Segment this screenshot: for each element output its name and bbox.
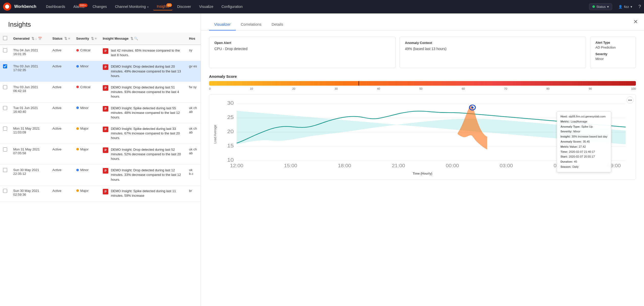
tab-visualizer[interactable]: Visualizer: [209, 19, 236, 30]
x-axis-label: Time (Hourly): [213, 172, 632, 175]
alert-type-value: AD Prediction: [595, 45, 631, 49]
insight-text: DEMO Insight: Drop detected during last …: [111, 168, 183, 182]
select-all-checkbox[interactable]: [3, 36, 7, 40]
cell-insight-message: P DEMO Insight: Spike detected during la…: [100, 123, 186, 144]
table-row[interactable]: Sun 30 May 2021 02:59:36 Active Major P …: [0, 185, 201, 201]
cell-host: uk ch ab: [186, 144, 201, 165]
nav-channel-monitoring[interactable]: Channel Monitoring ▾: [111, 3, 152, 10]
cell-severity: Minor: [73, 61, 100, 82]
cell-insight-message: P DEMO Insight: Drop detected during las…: [100, 82, 186, 102]
cell-status: Active: [49, 61, 73, 82]
close-button[interactable]: ✕: [633, 19, 638, 25]
cell-generated: Sun 30 May 2021 22:35:12: [10, 165, 49, 186]
cell-host: uk b.c: [186, 165, 201, 186]
svg-point-11: [471, 106, 474, 109]
cell-generated: Mon 31 May 2021 07:05:58: [10, 144, 49, 165]
user-icon: 👤: [618, 5, 622, 9]
svg-text:00:00: 00:00: [446, 163, 459, 168]
cell-host: gv es: [186, 61, 201, 82]
insight-badge: P: [103, 85, 108, 91]
nav-changes[interactable]: Changes: [89, 3, 110, 10]
table-row[interactable]: Thu 03 Jun 2021 06:42:18 Active Critical…: [0, 82, 201, 102]
nav-insights[interactable]: Insights 41: [153, 3, 172, 10]
cell-severity: Minor: [73, 165, 100, 186]
nav-dashboards[interactable]: Dashboards: [42, 3, 69, 10]
top-navigation: Workbench Dashboards Alarms 999+ Changes…: [0, 0, 644, 13]
cell-generated: Thu 03 Jun 2021 17:02:35: [10, 61, 49, 82]
insights-list-panel: Insights Generated ⇅ ↓ 📅 Status ⇅ ≡: [0, 13, 201, 306]
cell-insight-message: P last 42 minutes. 65% increase compared…: [100, 45, 186, 61]
nav-discover[interactable]: Discover: [173, 3, 194, 10]
alarms-badge: 999+: [79, 4, 87, 7]
col-host: Hos: [186, 33, 201, 45]
row-checkbox[interactable]: [3, 106, 7, 110]
table-row[interactable]: Mon 31 May 2021 07:05:58 Active Major P …: [0, 144, 201, 165]
svg-text:15: 15: [227, 143, 234, 149]
table-row[interactable]: Thu 04 Jun 2021 16:01:35 Active Critical…: [0, 45, 201, 61]
insights-table-container[interactable]: Generated ⇅ ↓ 📅 Status ⇅ ≡ Severity ⇅ ≡: [0, 33, 201, 306]
row-checkbox[interactable]: [3, 189, 7, 193]
brand-name: Workbench: [14, 4, 36, 9]
insight-badge: P: [103, 106, 108, 112]
insights-table: Generated ⇅ ↓ 📅 Status ⇅ ≡ Severity ⇅ ≡: [0, 33, 201, 202]
cell-status: Active: [49, 165, 73, 186]
user-menu[interactable]: 👤 fizz ▾: [615, 4, 635, 10]
cell-host: uk ch ab: [186, 123, 201, 144]
y-axis-label: Load Average: [213, 125, 217, 144]
insight-text: DEMO Insight: Spike detected during last…: [111, 189, 183, 198]
col-generated: Generated ⇅ ↓ 📅: [10, 33, 49, 45]
row-checkbox[interactable]: [3, 64, 7, 68]
cell-insight-message: P DEMO Insight: Drop detected during las…: [100, 61, 186, 82]
cell-severity: Minor: [73, 102, 100, 123]
table-row[interactable]: Mon 31 May 2021 11:03:09 Active Major P …: [0, 123, 201, 144]
open-alert-title: Open Alert: [214, 41, 390, 45]
insight-badge: P: [103, 48, 108, 54]
table-row[interactable]: Tue 01 Jun 2021 16:40:40 Active Minor P …: [0, 102, 201, 123]
svg-text:20: 20: [227, 129, 234, 134]
logo[interactable]: [3, 3, 11, 11]
cell-status: Active: [49, 102, 73, 123]
open-alert-card: Open Alert CPU - Drop detected: [209, 37, 396, 68]
main-content: Insights Generated ⇅ ↓ 📅 Status ⇅ ≡: [0, 13, 644, 306]
cell-severity: Major: [73, 185, 100, 201]
alert-type-card: Alert Type AD Prediction Severity Minor: [590, 37, 636, 68]
table-row[interactable]: Sun 30 May 2021 22:35:12 Active Minor P …: [0, 165, 201, 186]
row-checkbox[interactable]: [3, 48, 7, 52]
tab-details[interactable]: Details: [267, 19, 288, 30]
sort-status-icons[interactable]: ⇅ ≡: [64, 37, 70, 40]
cell-host: sy: [186, 45, 201, 61]
alert-type-label: Alert Type: [595, 41, 631, 44]
nav-alarms[interactable]: Alarms 999+: [70, 3, 88, 10]
cell-insight-message: P DEMO Insight: Spike detected during la…: [100, 185, 186, 201]
status-chevron-icon: ▾: [607, 5, 609, 9]
user-chevron-icon: ▾: [631, 5, 632, 9]
sort-message-icons[interactable]: ⇅ 🔍: [130, 37, 138, 40]
nav-visualize[interactable]: Visualize: [196, 3, 217, 10]
row-checkbox[interactable]: [3, 168, 7, 172]
panel-header: Insights: [0, 13, 201, 33]
severity-value: Minor: [595, 57, 631, 61]
status-button[interactable]: Status ▾: [589, 3, 612, 10]
cell-status: Active: [49, 185, 73, 201]
tab-correlations[interactable]: Correlations: [236, 19, 267, 30]
row-checkbox[interactable]: [3, 127, 7, 131]
sort-generated-icons[interactable]: ⇅ ↓ 📅: [32, 37, 42, 40]
detail-tabs: Visualizer Correlations Details: [201, 19, 644, 30]
cell-severity: Major: [73, 144, 100, 165]
anomaly-context-value: 49% (based last 13 hours): [405, 47, 581, 51]
cell-generated: Tue 01 Jun 2021 16:40:40: [10, 102, 49, 123]
help-button[interactable]: ?: [638, 4, 641, 9]
cell-status: Active: [49, 45, 73, 61]
row-checkbox[interactable]: [3, 85, 7, 89]
cell-severity: Major: [73, 123, 100, 144]
insight-badge: P: [103, 168, 108, 174]
col-severity: Severity ⇅ ≡: [73, 33, 100, 45]
insight-badge: P: [103, 64, 108, 70]
sort-severity-icons[interactable]: ⇅ ≡: [91, 37, 97, 40]
anomaly-score-bar: [209, 81, 636, 86]
insight-text: last 42 minutes. 65% increase compared t…: [111, 48, 183, 57]
table-row[interactable]: Thu 03 Jun 2021 17:02:35 Active Minor P …: [0, 61, 201, 82]
row-checkbox[interactable]: [3, 147, 7, 151]
nav-configuration[interactable]: Configuration: [218, 3, 246, 10]
status-indicator: [592, 5, 595, 8]
